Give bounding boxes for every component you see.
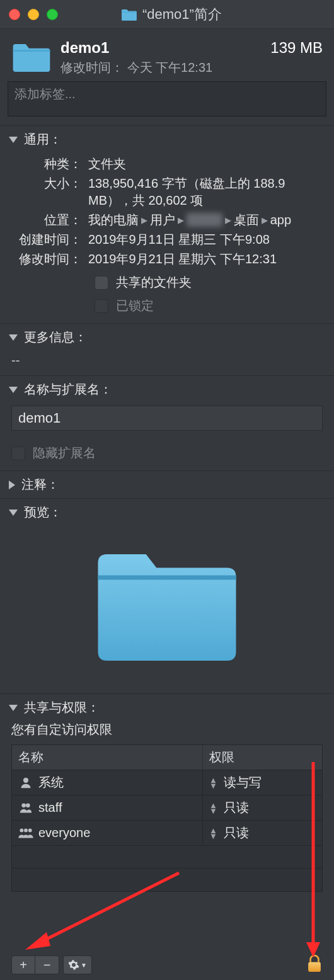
- svg-marker-5: [25, 932, 50, 950]
- section-preview-header[interactable]: 预览：: [0, 499, 334, 526]
- group-icon: [18, 827, 33, 840]
- item-modified: 修改时间： 今天 下午12:31: [60, 59, 270, 76]
- section-comments: 注释：: [0, 470, 334, 498]
- window-title: “demo1”简介: [121, 5, 222, 24]
- group-icon: [18, 802, 33, 814]
- where-value: 我的电脑▸用户▸████▸桌面▸app: [88, 212, 323, 229]
- table-row[interactable]: everyone ▲▼ 只读: [12, 821, 322, 846]
- folder-preview-icon: [91, 542, 243, 668]
- section-more-info: 更多信息： --: [0, 323, 334, 375]
- table-header: 名称 权限: [12, 745, 322, 770]
- person-icon: [18, 777, 33, 789]
- locked-row: 已锁定: [95, 297, 323, 314]
- perm-priv: 只读: [224, 824, 249, 841]
- tags-input[interactable]: 添加标签...: [8, 81, 326, 117]
- action-menu-button[interactable]: ▼: [63, 955, 92, 974]
- window-title-text: “demo1”简介: [142, 5, 222, 24]
- add-button[interactable]: +: [11, 955, 35, 974]
- disclosure-triangle-icon: [9, 510, 18, 516]
- stepper-icon[interactable]: ▲▼: [209, 802, 217, 814]
- permissions-note: 您有自定访问权限: [0, 721, 334, 744]
- minimize-window-button[interactable]: [28, 9, 39, 20]
- perm-priv: 只读: [224, 799, 249, 816]
- stepper-icon[interactable]: ▲▼: [209, 828, 217, 839]
- table-row[interactable]: 系统 ▲▼ 读与写: [12, 770, 322, 795]
- item-icon: [11, 39, 52, 74]
- table-row-empty: [12, 869, 322, 891]
- remove-button[interactable]: −: [35, 955, 59, 974]
- created-value: 2019年9月11日 星期三 下午9:08: [88, 231, 323, 248]
- disclosure-triangle-icon: [9, 137, 18, 143]
- section-comments-header[interactable]: 注释：: [0, 471, 334, 498]
- section-more-info-header[interactable]: 更多信息：: [0, 324, 334, 351]
- perm-name: everyone: [38, 826, 90, 840]
- bottom-toolbar: + − ▼: [0, 950, 334, 980]
- perm-name: 系统: [38, 774, 64, 791]
- gear-icon: [68, 959, 79, 971]
- lock-button[interactable]: [306, 954, 323, 976]
- shared-folder-row: 共享的文件夹: [95, 274, 323, 291]
- section-name-ext-header[interactable]: 名称与扩展名：: [0, 376, 334, 403]
- created-label: 创建时间：: [11, 231, 88, 248]
- disclosure-triangle-icon: [9, 705, 18, 711]
- perm-name: staff: [38, 801, 62, 815]
- stepper-icon[interactable]: ▲▼: [209, 777, 217, 789]
- more-info-content: --: [0, 351, 334, 375]
- shared-folder-label: 共享的文件夹: [116, 274, 192, 291]
- disclosure-triangle-icon: [9, 334, 18, 341]
- section-general-header[interactable]: 通用：: [0, 126, 334, 153]
- table-row-empty: [12, 846, 322, 869]
- col-privilege: 权限: [202, 745, 322, 770]
- zoom-window-button[interactable]: [47, 9, 58, 20]
- lock-icon: [306, 954, 323, 973]
- preview-area: [0, 526, 334, 693]
- section-sharing-header[interactable]: 共享与权限：: [0, 694, 334, 721]
- chevron-down-icon: ▼: [81, 962, 87, 969]
- item-size: 139 MB: [270, 39, 323, 57]
- hide-extension-label: 隐藏扩展名: [33, 445, 96, 462]
- modified-label: 修改时间：: [11, 251, 88, 268]
- permissions-table: 名称 权限 系统 ▲▼ 读与写 staff ▲▼ 只读: [11, 744, 323, 892]
- size-label: 大小：: [11, 175, 88, 209]
- locked-checkbox[interactable]: [95, 299, 108, 313]
- titlebar: “demo1”简介: [0, 0, 334, 29]
- window-controls: [9, 9, 58, 20]
- hide-extension-checkbox[interactable]: [11, 447, 25, 460]
- table-row[interactable]: staff ▲▼ 只读: [12, 795, 322, 821]
- section-general: 通用： 种类： 文件夹 大小： 138,950,416 字节（磁盘上的 188.…: [0, 125, 334, 323]
- kind-label: 种类：: [11, 156, 88, 173]
- where-label: 位置：: [11, 212, 88, 229]
- perm-priv: 读与写: [224, 774, 262, 791]
- size-value: 138,950,416 字节（磁盘上的 188.9 MB），共 20,602 项: [88, 175, 323, 209]
- disclosure-triangle-icon: [9, 481, 15, 489]
- header: demo1 修改时间： 今天 下午12:31 139 MB: [0, 29, 334, 81]
- section-preview: 预览：: [0, 498, 334, 693]
- item-name: demo1: [60, 39, 270, 57]
- close-window-button[interactable]: [9, 9, 20, 20]
- section-sharing: 共享与权限： 您有自定访问权限 名称 权限 系统 ▲▼ 读与写 staff ▲▼: [0, 693, 334, 892]
- kind-value: 文件夹: [88, 156, 323, 173]
- folder-icon: [121, 8, 137, 21]
- section-name-ext: 名称与扩展名： 隐藏扩展名: [0, 375, 334, 470]
- modified-value: 2019年9月21日 星期六 下午12:31: [88, 251, 323, 268]
- shared-folder-checkbox[interactable]: [95, 276, 108, 290]
- locked-label: 已锁定: [116, 297, 154, 314]
- col-name: 名称: [12, 745, 202, 770]
- svg-rect-1: [308, 962, 320, 971]
- disclosure-triangle-icon: [9, 387, 18, 393]
- name-input[interactable]: [11, 406, 323, 431]
